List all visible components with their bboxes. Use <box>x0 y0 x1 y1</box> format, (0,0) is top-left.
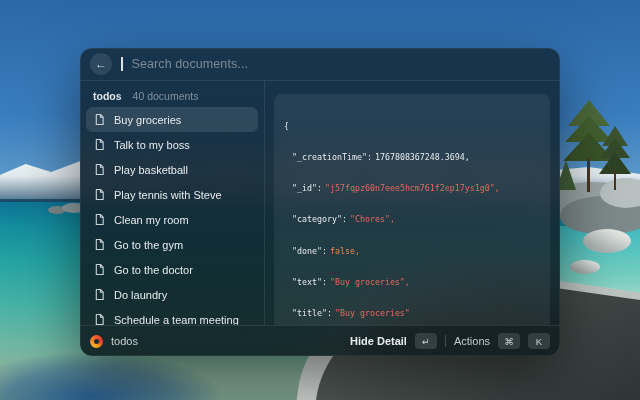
document-icon <box>94 288 105 301</box>
code-line: "_id":"j57fqpz60n7eee5hcm761f2ep17ys1g0"… <box>284 183 540 193</box>
document-icon <box>94 138 105 151</box>
list-item[interactable]: Schedule a team meeting <box>86 307 258 325</box>
list-item[interactable]: Buy groceries <box>86 107 258 132</box>
desktop: ← Search documents... todos 40 documents… <box>0 0 640 400</box>
list-item-label: Do laundry <box>114 289 167 301</box>
list-item-label: Schedule a team meeting <box>114 314 239 326</box>
footer-bar: todos Hide Detail ↵ Actions ⌘ K <box>80 325 560 356</box>
document-icon <box>94 213 105 226</box>
detail-pane: { "_creationTime":1767808367248.3694, "_… <box>264 81 560 325</box>
footer-app-label: todos <box>111 335 138 347</box>
list-section-header: todos 40 documents <box>80 81 264 107</box>
document-icon <box>94 238 105 251</box>
list-item-label: Go to the doctor <box>114 264 193 276</box>
command-key-icon[interactable]: ⌘ <box>498 333 520 349</box>
search-bar[interactable]: ← Search documents... <box>80 48 560 80</box>
list-item[interactable]: Do laundry <box>86 282 258 307</box>
search-input[interactable]: Search documents... <box>132 57 249 71</box>
document-icon <box>94 263 105 276</box>
back-arrow-icon: ← <box>95 57 107 71</box>
code-line: { <box>284 121 540 131</box>
code-line: "text":"Buy groceries", <box>284 277 540 287</box>
wallpaper-pine-tree <box>602 126 628 174</box>
wallpaper-tree-trunk <box>614 170 616 190</box>
hide-detail-button[interactable]: Hide Detail <box>350 335 407 347</box>
wallpaper-tree-trunk <box>587 158 590 192</box>
section-title: todos <box>93 90 122 102</box>
document-icon <box>94 313 105 325</box>
list-item-label: Play tennis with Steve <box>114 189 222 201</box>
document-icon <box>94 188 105 201</box>
document-list: Buy groceries Talk to my boss Play baske… <box>80 107 264 325</box>
code-line: "title":"Buy groceries" <box>284 308 540 318</box>
list-item[interactable]: Talk to my boss <box>86 132 258 157</box>
list-item[interactable]: Clean my room <box>86 207 258 232</box>
document-icon <box>94 113 105 126</box>
document-count: 40 documents <box>133 90 199 102</box>
wallpaper-boulder <box>570 260 600 274</box>
list-item-label: Go to the gym <box>114 239 183 251</box>
list-item[interactable]: Play tennis with Steve <box>86 182 258 207</box>
code-line: "_creationTime":1767808367248.3694, <box>284 152 540 162</box>
list-item-label: Buy groceries <box>114 114 181 126</box>
back-button[interactable]: ← <box>90 53 112 75</box>
enter-key-icon[interactable]: ↵ <box>415 333 437 349</box>
document-list-pane: todos 40 documents Buy groceries Talk to… <box>80 81 264 325</box>
divider <box>445 335 446 347</box>
list-item-label: Play basketball <box>114 164 188 176</box>
code-line: "category":"Chores", <box>284 214 540 224</box>
text-cursor <box>121 57 123 71</box>
app-logo-icon <box>90 335 103 348</box>
list-item[interactable]: Go to the doctor <box>86 257 258 282</box>
actions-button[interactable]: Actions <box>454 335 490 347</box>
search-documents-window: ← Search documents... todos 40 documents… <box>80 48 560 356</box>
list-item-label: Clean my room <box>114 214 189 226</box>
document-icon <box>94 163 105 176</box>
k-key-icon[interactable]: K <box>528 333 550 349</box>
list-item-label: Talk to my boss <box>114 139 190 151</box>
json-code-block: { "_creationTime":1767808367248.3694, "_… <box>274 94 550 325</box>
code-line: "done":false, <box>284 246 540 256</box>
list-item[interactable]: Go to the gym <box>86 232 258 257</box>
wallpaper-boulder <box>583 229 631 253</box>
list-item[interactable]: Play basketball <box>86 157 258 182</box>
